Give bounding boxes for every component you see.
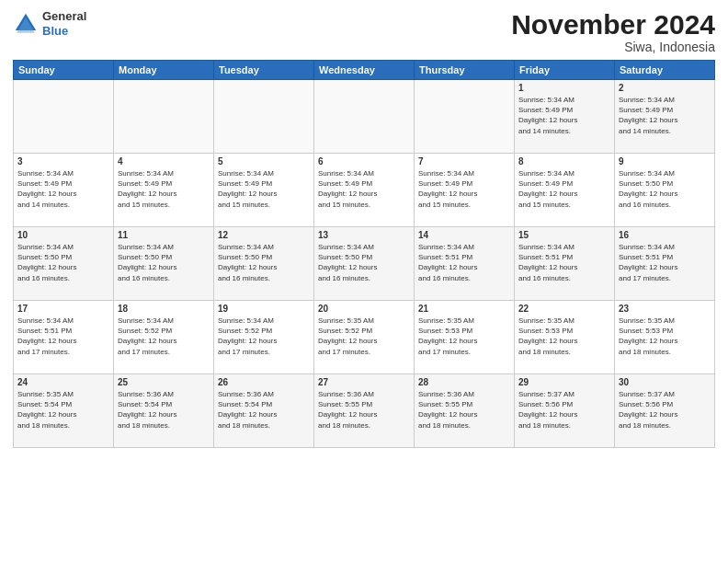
- calendar-cell-w0d6: 2Sunrise: 5:34 AM Sunset: 5:49 PM Daylig…: [615, 80, 715, 154]
- day-info: Sunrise: 5:36 AM Sunset: 5:55 PM Dayligh…: [318, 389, 410, 431]
- day-info: Sunrise: 5:34 AM Sunset: 5:51 PM Dayligh…: [17, 316, 109, 357]
- calendar-cell-w4d0: 24Sunrise: 5:35 AM Sunset: 5:54 PM Dayli…: [14, 374, 114, 448]
- calendar-cell-w2d2: 12Sunrise: 5:34 AM Sunset: 5:50 PM Dayli…: [214, 227, 314, 301]
- day-info: Sunrise: 5:34 AM Sunset: 5:49 PM Dayligh…: [518, 168, 610, 210]
- day-info: Sunrise: 5:36 AM Sunset: 5:54 PM Dayligh…: [118, 389, 210, 431]
- day-info: Sunrise: 5:37 AM Sunset: 5:56 PM Dayligh…: [619, 389, 711, 431]
- day-info: Sunrise: 5:37 AM Sunset: 5:56 PM Dayligh…: [518, 389, 610, 431]
- day-info: Sunrise: 5:34 AM Sunset: 5:49 PM Dayligh…: [118, 168, 210, 210]
- day-info: Sunrise: 5:34 AM Sunset: 5:51 PM Dayligh…: [619, 242, 711, 283]
- calendar: SundayMondayTuesdayWednesdayThursdayFrid…: [13, 60, 715, 448]
- day-number: 18: [118, 304, 210, 314]
- day-info: Sunrise: 5:34 AM Sunset: 5:49 PM Dayligh…: [518, 95, 610, 136]
- header: General Blue November 2024 Siwa, Indones…: [13, 9, 715, 54]
- day-number: 13: [318, 230, 410, 240]
- day-number: 16: [619, 230, 711, 240]
- calendar-cell-w2d3: 13Sunrise: 5:34 AM Sunset: 5:50 PM Dayli…: [314, 227, 415, 301]
- location: Siwa, Indonesia: [511, 40, 715, 54]
- logo-text: General Blue: [42, 9, 86, 38]
- day-info: Sunrise: 5:34 AM Sunset: 5:49 PM Dayligh…: [318, 168, 410, 210]
- day-number: 27: [318, 377, 410, 387]
- day-number: 12: [218, 230, 310, 240]
- day-info: Sunrise: 5:36 AM Sunset: 5:55 PM Dayligh…: [418, 389, 510, 431]
- day-info: Sunrise: 5:34 AM Sunset: 5:50 PM Dayligh…: [218, 242, 310, 283]
- calendar-cell-w3d1: 18Sunrise: 5:34 AM Sunset: 5:52 PM Dayli…: [114, 301, 214, 374]
- calendar-cell-w3d2: 19Sunrise: 5:34 AM Sunset: 5:52 PM Dayli…: [214, 301, 314, 374]
- day-info: Sunrise: 5:35 AM Sunset: 5:53 PM Dayligh…: [418, 316, 510, 357]
- day-number: 3: [17, 156, 109, 167]
- day-number: 19: [218, 304, 310, 314]
- day-info: Sunrise: 5:35 AM Sunset: 5:53 PM Dayligh…: [518, 316, 610, 357]
- day-number: 9: [619, 156, 711, 167]
- day-number: 14: [418, 230, 510, 240]
- calendar-cell-w4d2: 26Sunrise: 5:36 AM Sunset: 5:54 PM Dayli…: [214, 374, 314, 448]
- calendar-cell-w1d3: 6Sunrise: 5:34 AM Sunset: 5:49 PM Daylig…: [314, 154, 415, 227]
- calendar-cell-w3d0: 17Sunrise: 5:34 AM Sunset: 5:51 PM Dayli…: [14, 301, 114, 374]
- calendar-header-wednesday: Wednesday: [314, 61, 415, 80]
- day-number: 2: [619, 83, 711, 93]
- day-number: 4: [118, 156, 210, 167]
- calendar-cell-w1d0: 3Sunrise: 5:34 AM Sunset: 5:49 PM Daylig…: [14, 154, 114, 227]
- day-info: Sunrise: 5:34 AM Sunset: 5:51 PM Dayligh…: [518, 242, 610, 283]
- calendar-header-saturday: Saturday: [615, 61, 715, 80]
- calendar-cell-w2d5: 15Sunrise: 5:34 AM Sunset: 5:51 PM Dayli…: [515, 227, 615, 301]
- calendar-cell-w3d5: 22Sunrise: 5:35 AM Sunset: 5:53 PM Dayli…: [515, 301, 615, 374]
- day-info: Sunrise: 5:34 AM Sunset: 5:52 PM Dayligh…: [218, 316, 310, 357]
- day-info: Sunrise: 5:35 AM Sunset: 5:53 PM Dayligh…: [619, 316, 711, 357]
- day-number: 15: [518, 230, 610, 240]
- day-number: 21: [418, 304, 510, 314]
- day-number: 30: [619, 377, 711, 387]
- calendar-cell-w0d4: [415, 80, 515, 154]
- day-info: Sunrise: 5:34 AM Sunset: 5:49 PM Dayligh…: [17, 168, 109, 210]
- day-info: Sunrise: 5:34 AM Sunset: 5:49 PM Dayligh…: [418, 168, 510, 210]
- day-number: 17: [17, 304, 109, 314]
- day-number: 20: [318, 304, 410, 314]
- calendar-header-tuesday: Tuesday: [214, 61, 314, 80]
- day-number: 24: [17, 377, 109, 387]
- day-number: 6: [318, 156, 410, 167]
- day-info: Sunrise: 5:34 AM Sunset: 5:50 PM Dayligh…: [17, 242, 109, 283]
- day-info: Sunrise: 5:34 AM Sunset: 5:49 PM Dayligh…: [218, 168, 310, 210]
- day-number: 23: [619, 304, 711, 314]
- calendar-cell-w4d5: 29Sunrise: 5:37 AM Sunset: 5:56 PM Dayli…: [515, 374, 615, 448]
- calendar-cell-w3d3: 20Sunrise: 5:35 AM Sunset: 5:52 PM Dayli…: [314, 301, 415, 374]
- calendar-cell-w4d1: 25Sunrise: 5:36 AM Sunset: 5:54 PM Dayli…: [114, 374, 214, 448]
- calendar-cell-w2d6: 16Sunrise: 5:34 AM Sunset: 5:51 PM Dayli…: [615, 227, 715, 301]
- calendar-header-sunday: Sunday: [14, 61, 114, 80]
- day-info: Sunrise: 5:34 AM Sunset: 5:49 PM Dayligh…: [619, 95, 711, 136]
- day-number: 25: [118, 377, 210, 387]
- calendar-cell-w4d4: 28Sunrise: 5:36 AM Sunset: 5:55 PM Dayli…: [415, 374, 515, 448]
- day-number: 7: [418, 156, 510, 167]
- day-number: 10: [17, 230, 109, 240]
- calendar-cell-w2d4: 14Sunrise: 5:34 AM Sunset: 5:51 PM Dayli…: [415, 227, 515, 301]
- calendar-week-3: 17Sunrise: 5:34 AM Sunset: 5:51 PM Dayli…: [14, 301, 715, 374]
- day-info: Sunrise: 5:34 AM Sunset: 5:50 PM Dayligh…: [318, 242, 410, 283]
- day-info: Sunrise: 5:35 AM Sunset: 5:54 PM Dayligh…: [17, 389, 109, 431]
- day-info: Sunrise: 5:34 AM Sunset: 5:52 PM Dayligh…: [118, 316, 210, 357]
- calendar-cell-w1d4: 7Sunrise: 5:34 AM Sunset: 5:49 PM Daylig…: [415, 154, 515, 227]
- calendar-cell-w0d2: [214, 80, 314, 154]
- calendar-cell-w0d0: [14, 80, 114, 154]
- calendar-cell-w1d2: 5Sunrise: 5:34 AM Sunset: 5:49 PM Daylig…: [214, 154, 314, 227]
- calendar-header-thursday: Thursday: [415, 61, 515, 80]
- calendar-cell-w1d6: 9Sunrise: 5:34 AM Sunset: 5:50 PM Daylig…: [615, 154, 715, 227]
- day-number: 5: [218, 156, 310, 167]
- logo: General Blue: [13, 9, 86, 38]
- calendar-cell-w0d1: [114, 80, 214, 154]
- calendar-cell-w1d1: 4Sunrise: 5:34 AM Sunset: 5:49 PM Daylig…: [114, 154, 214, 227]
- calendar-cell-w3d4: 21Sunrise: 5:35 AM Sunset: 5:53 PM Dayli…: [415, 301, 515, 374]
- calendar-cell-w2d0: 10Sunrise: 5:34 AM Sunset: 5:50 PM Dayli…: [14, 227, 114, 301]
- calendar-cell-w0d3: [314, 80, 415, 154]
- calendar-header-friday: Friday: [515, 61, 615, 80]
- page: General Blue November 2024 Siwa, Indones…: [0, 0, 728, 563]
- logo-icon: [13, 11, 39, 37]
- calendar-week-0: 1Sunrise: 5:34 AM Sunset: 5:49 PM Daylig…: [14, 80, 715, 154]
- day-number: 29: [518, 377, 610, 387]
- day-info: Sunrise: 5:34 AM Sunset: 5:50 PM Dayligh…: [118, 242, 210, 283]
- calendar-cell-w2d1: 11Sunrise: 5:34 AM Sunset: 5:50 PM Dayli…: [114, 227, 214, 301]
- calendar-week-4: 24Sunrise: 5:35 AM Sunset: 5:54 PM Dayli…: [14, 374, 715, 448]
- day-info: Sunrise: 5:34 AM Sunset: 5:51 PM Dayligh…: [418, 242, 510, 283]
- month-title: November 2024: [511, 9, 715, 40]
- calendar-header-row: SundayMondayTuesdayWednesdayThursdayFrid…: [14, 61, 715, 80]
- day-number: 26: [218, 377, 310, 387]
